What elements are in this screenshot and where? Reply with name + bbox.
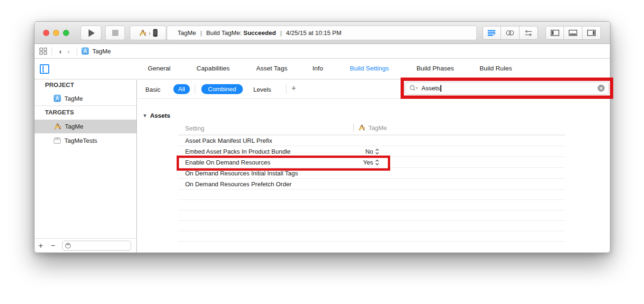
empty-table-row xyxy=(178,190,565,200)
inspector-panel-icon xyxy=(587,30,596,36)
toggle-debug-area-button[interactable] xyxy=(564,26,582,40)
add-build-setting-button[interactable]: + xyxy=(291,84,296,94)
table-row-enable-on-demand[interactable]: Enable On Demand Resources Yes xyxy=(178,157,565,168)
related-items-icon[interactable] xyxy=(39,47,47,55)
jump-bar: ‹ › TagMe xyxy=(35,44,610,59)
stop-icon xyxy=(112,30,118,36)
sidebar-item-target-tagmetests[interactable]: TagMeTests xyxy=(35,134,136,147)
xcode-window: › TagMe | Build TagMe: Succeeded | 4/25/… xyxy=(34,21,610,253)
search-input-value[interactable]: Assets xyxy=(421,85,440,92)
tab-capabilities[interactable]: Capabilities xyxy=(197,65,230,72)
setting-value[interactable]: Yes xyxy=(315,159,379,166)
version-editor-arrows-icon xyxy=(524,30,533,36)
scheme-selector[interactable]: › xyxy=(130,26,166,40)
setting-value-text: No xyxy=(365,148,373,155)
table-row[interactable]: Asset Pack Manifest URL Prefix xyxy=(178,135,565,146)
setting-name: Embed Asset Packs In Product Bundle xyxy=(178,148,291,155)
build-settings-pane: Basic All Combined Levels + ▼ Assets Set… xyxy=(137,80,610,252)
stop-button[interactable] xyxy=(105,26,125,40)
workspace-view-segmented-control xyxy=(546,26,601,40)
targets-section-header: TARGETS xyxy=(45,109,74,116)
tab-info[interactable]: Info xyxy=(313,65,323,72)
toggle-inspectors-button[interactable] xyxy=(582,26,601,40)
empty-table-row xyxy=(178,210,565,221)
filter-levels-button[interactable]: Levels xyxy=(253,86,271,93)
table-row[interactable]: On Demand Resources Initial Install Tags xyxy=(178,168,565,179)
navigator-panel-icon xyxy=(551,30,559,36)
sidebar-item-label: TagMe xyxy=(64,95,83,102)
debug-panel-icon xyxy=(569,30,577,36)
tab-general[interactable]: General xyxy=(148,65,170,72)
filter-icon xyxy=(64,242,72,249)
toggle-navigator-button[interactable] xyxy=(546,26,564,40)
text-cursor xyxy=(440,85,441,92)
tab-build-phases[interactable]: Build Phases xyxy=(417,65,454,72)
editor-tab-bar: General Capabilities Asset Tags Info Bui… xyxy=(35,59,610,79)
add-target-button[interactable]: + xyxy=(35,241,47,251)
tab-build-settings[interactable]: Build Settings xyxy=(350,65,389,72)
standard-editor-button[interactable] xyxy=(483,26,501,40)
sidebar-filter-field[interactable] xyxy=(62,241,131,251)
jumpbar-divider xyxy=(77,47,77,55)
project-document-icon xyxy=(54,95,61,102)
build-settings-search-field[interactable]: Assets ✕ xyxy=(405,82,609,95)
scheme-chevron-icon: › xyxy=(149,29,151,36)
device-iphone-icon xyxy=(153,29,158,37)
test-bundle-icon xyxy=(54,137,61,144)
table-row[interactable]: Embed Asset Packs In Product Bundle No xyxy=(178,146,565,157)
setting-value-text: Yes xyxy=(363,159,373,166)
play-icon xyxy=(89,29,95,37)
app-scheme-icon xyxy=(139,29,147,37)
standard-editor-lines-icon xyxy=(488,30,496,36)
clear-search-icon[interactable]: ✕ xyxy=(598,85,605,92)
setting-name: On Demand Resources Prefetch Order xyxy=(178,181,292,188)
settings-rows: Asset Pack Manifest URL Prefix Embed Ass… xyxy=(178,135,565,242)
filter-basic-button[interactable]: Basic xyxy=(145,86,161,93)
run-button[interactable] xyxy=(80,26,101,40)
sidebar-item-target-tagme-selected[interactable]: TagMe xyxy=(35,120,136,133)
tab-asset-tags[interactable]: Asset Tags xyxy=(256,65,287,72)
column-divider xyxy=(353,123,354,132)
desktop-background: › TagMe | Build TagMe: Succeeded | 4/25/… xyxy=(0,0,644,304)
assets-section-header[interactable]: ▼ Assets xyxy=(143,112,170,119)
forward-button[interactable]: › xyxy=(64,47,72,55)
filterbar-divider xyxy=(195,85,195,94)
minimize-window-button[interactable] xyxy=(53,30,59,36)
assistant-editor-circles-icon xyxy=(506,30,514,36)
toggle-project-sidebar-icon[interactable] xyxy=(40,64,49,74)
zoom-window-button[interactable] xyxy=(63,30,69,36)
search-icon[interactable] xyxy=(409,85,419,92)
remove-target-button[interactable]: − xyxy=(47,241,59,251)
empty-table-row xyxy=(178,200,565,210)
filter-combined-button[interactable]: Combined xyxy=(201,84,243,94)
assistant-editor-button[interactable] xyxy=(501,26,519,40)
setting-name: Enable On Demand Resources xyxy=(178,159,270,166)
project-document-icon xyxy=(81,47,89,55)
editor-split: PROJECT TagMe TARGETS xyxy=(35,80,610,252)
back-button[interactable]: ‹ xyxy=(56,47,64,55)
sidebar-item-project-tagme[interactable]: TagMe xyxy=(35,92,136,104)
sidebar-bottom-bar: + − xyxy=(35,238,136,252)
column-setting-label: Setting xyxy=(185,125,204,132)
setting-name: Asset Pack Manifest URL Prefix xyxy=(178,137,272,144)
empty-table-row xyxy=(178,231,565,242)
sidebar-item-label: TagMeTests xyxy=(64,137,97,144)
column-target: TagMe xyxy=(353,123,387,132)
app-target-icon xyxy=(54,122,62,130)
stepper-icon[interactable] xyxy=(375,148,379,155)
filter-all-button[interactable]: All xyxy=(173,84,190,94)
disclosure-triangle-icon[interactable]: ▼ xyxy=(143,113,147,118)
setting-value[interactable]: No xyxy=(315,148,379,155)
settings-column-header: Setting TagMe xyxy=(178,122,565,135)
activity-separator: | xyxy=(200,29,202,36)
stepper-icon[interactable] xyxy=(375,159,379,165)
close-window-button[interactable] xyxy=(43,30,49,36)
table-row[interactable]: On Demand Resources Prefetch Order xyxy=(178,179,565,190)
empty-table-row xyxy=(178,221,565,231)
activity-separator: | xyxy=(280,29,282,36)
tab-build-rules[interactable]: Build Rules xyxy=(480,65,512,72)
activity-timestamp: 4/25/15 at 10:15 PM xyxy=(286,29,341,36)
jumpbar-item-label[interactable]: TagMe xyxy=(92,48,111,55)
version-editor-button[interactable] xyxy=(519,26,538,40)
activity-build-status: Build TagMe: Succeeded xyxy=(206,29,276,36)
